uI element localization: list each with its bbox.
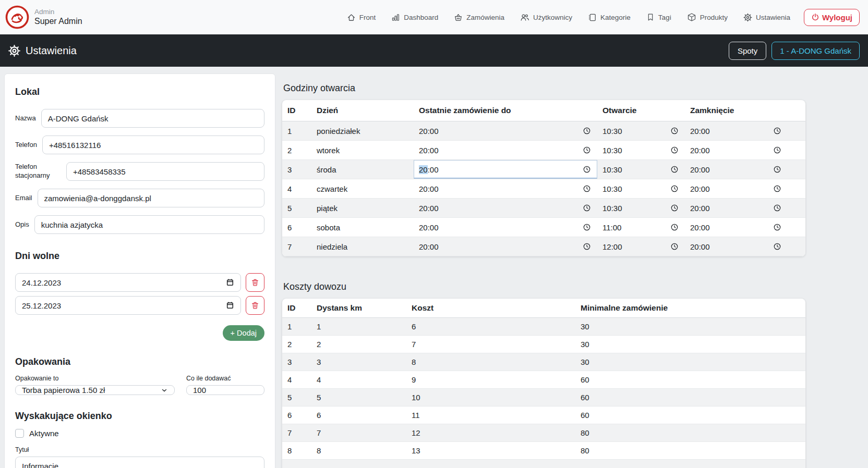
time-input[interactable]: 20:00 [419, 160, 591, 179]
min-order-input[interactable]: 60 [575, 407, 805, 424]
calendar-icon[interactable] [226, 301, 234, 310]
time-input[interactable]: 20:00 [690, 121, 781, 140]
day-off-date-input[interactable]: 25.12.2023 [15, 296, 241, 315]
nav-item-products[interactable]: Produkty [687, 13, 728, 22]
day-off-date-input[interactable]: 24.12.2023 [15, 273, 241, 292]
cost-input[interactable]: 6 [406, 318, 575, 335]
closing-time-cell[interactable]: 20:00 [685, 121, 805, 140]
calendar-icon[interactable] [226, 278, 234, 287]
nav-item-settings[interactable]: Ustawienia [743, 13, 790, 22]
delete-day-off-button[interactable] [246, 273, 264, 292]
spoty-button[interactable]: Spoty [729, 42, 766, 60]
clock-icon[interactable] [670, 165, 679, 174]
time-input[interactable]: 12:00 [602, 237, 679, 256]
clock-icon[interactable] [583, 204, 591, 212]
last-order-time-cell[interactable]: 20:00 [414, 121, 597, 140]
min-order-input[interactable]: 30 [575, 318, 805, 335]
clock-icon[interactable] [583, 242, 591, 251]
clock-icon[interactable] [773, 165, 781, 174]
clock-icon[interactable] [670, 223, 679, 231]
clock-icon[interactable] [670, 184, 679, 193]
cost-input[interactable]: 12 [406, 424, 575, 441]
last-order-time-cell[interactable]: 20:00 [414, 237, 597, 256]
time-input[interactable]: 10:30 [602, 199, 679, 217]
min-order-input[interactable]: 30 [575, 336, 805, 353]
last-order-time-cell[interactable]: 20:00 [414, 160, 597, 179]
clock-icon[interactable] [773, 223, 781, 231]
clock-icon[interactable] [670, 146, 679, 154]
last-order-time-cell[interactable]: 20:00 [414, 199, 597, 217]
time-input[interactable]: 20:00 [690, 237, 781, 256]
telefon-stacjonarny-input[interactable]: +48583458335 [66, 162, 264, 181]
brand[interactable]: Admin Super Admin [5, 5, 82, 29]
opening-time-cell[interactable]: 10:30 [597, 121, 685, 140]
closing-time-cell[interactable]: 20:00 [685, 237, 805, 256]
last-order-time-cell[interactable]: 20:00 [414, 141, 597, 159]
clock-icon[interactable] [583, 184, 591, 193]
time-input[interactable]: 10:30 [602, 179, 679, 198]
closing-time-cell[interactable]: 20:00 [685, 199, 805, 217]
clock-icon[interactable] [583, 127, 591, 135]
time-input[interactable]: 11:00 [602, 218, 679, 237]
nav-item-categories[interactable]: Kategorie [588, 13, 631, 22]
nav-item-dashboard[interactable]: Dashboard [391, 13, 438, 22]
opening-time-cell[interactable]: 12:00 [597, 237, 685, 256]
clock-icon[interactable] [670, 242, 679, 251]
shop-selector-button[interactable]: 1 - A-DONG Gdańsk [771, 42, 860, 60]
packaging-qty-input[interactable]: 100 [186, 385, 264, 395]
clock-icon[interactable] [773, 242, 781, 251]
clock-icon[interactable] [583, 223, 591, 231]
popup-active-checkbox[interactable] [15, 429, 24, 438]
time-input[interactable]: 20:00 [419, 141, 591, 159]
time-input[interactable]: 20:00 [690, 218, 781, 237]
popup-title-input[interactable]: Informacje [15, 457, 264, 468]
time-input[interactable]: 20:00 [419, 237, 591, 256]
time-input[interactable]: 20:00 [690, 179, 781, 198]
logout-button[interactable]: Wyloguj [804, 9, 860, 26]
time-input[interactable]: 20:00 [690, 199, 781, 217]
time-input[interactable]: 20:00 [419, 179, 591, 198]
clock-icon[interactable] [583, 146, 591, 154]
nav-item-tags[interactable]: Tagi [646, 13, 671, 21]
last-order-time-cell[interactable]: 20:00 [414, 179, 597, 198]
min-order-input[interactable]: 80 [575, 424, 805, 441]
opening-time-cell[interactable]: 10:30 [597, 160, 685, 179]
clock-icon[interactable] [773, 204, 781, 212]
opening-time-cell[interactable]: 10:30 [597, 141, 685, 159]
closing-time-cell[interactable]: 20:00 [685, 218, 805, 237]
email-input[interactable]: zamowienia@a-donggdansk.pl [38, 189, 264, 207]
add-day-off-button[interactable]: + Dodaj [223, 325, 264, 341]
time-input[interactable]: 20:00 [419, 199, 591, 217]
packaging-select[interactable]: Torba papierowa 1.50 zł [15, 385, 175, 395]
min-order-input[interactable]: 30 [575, 353, 805, 371]
closing-time-cell[interactable]: 20:00 [685, 141, 805, 159]
cost-input[interactable]: 11 [406, 407, 575, 424]
closing-time-cell[interactable]: 20:00 [685, 160, 805, 179]
cost-input[interactable]: 8 [406, 353, 575, 371]
nav-item-orders[interactable]: Zamówienia [454, 13, 504, 22]
nazwa-input[interactable]: A-DONG Gdańsk [41, 109, 264, 128]
opening-time-cell[interactable]: 10:30 [597, 179, 685, 198]
clock-icon[interactable] [670, 127, 679, 135]
time-input[interactable]: 20:00 [419, 121, 591, 140]
telefon-input[interactable]: +48516132116 [42, 136, 264, 154]
opening-time-cell[interactable]: 10:30 [597, 199, 685, 217]
cost-input[interactable]: 10 [406, 389, 575, 406]
delete-day-off-button[interactable] [246, 296, 264, 315]
clock-icon[interactable] [670, 204, 679, 212]
time-input[interactable]: 20:00 [419, 218, 591, 237]
opis-input[interactable]: kuchnia azjatycka [34, 215, 264, 234]
last-order-time-cell[interactable]: 20:00 [414, 218, 597, 237]
clock-icon[interactable] [773, 146, 781, 154]
min-order-input[interactable]: 60 [575, 389, 805, 406]
clock-icon[interactable] [773, 127, 781, 135]
time-input[interactable]: 10:30 [602, 121, 679, 140]
clock-icon[interactable] [773, 184, 781, 193]
nav-item-users[interactable]: Użytkownicy [520, 13, 572, 22]
cost-input[interactable]: 9 [406, 371, 575, 388]
cost-input[interactable]: 7 [406, 336, 575, 353]
min-order-input[interactable]: 60 [575, 371, 805, 388]
time-input[interactable]: 20:00 [690, 141, 781, 159]
time-input[interactable]: 10:30 [602, 141, 679, 159]
time-input[interactable]: 10:30 [602, 160, 679, 179]
